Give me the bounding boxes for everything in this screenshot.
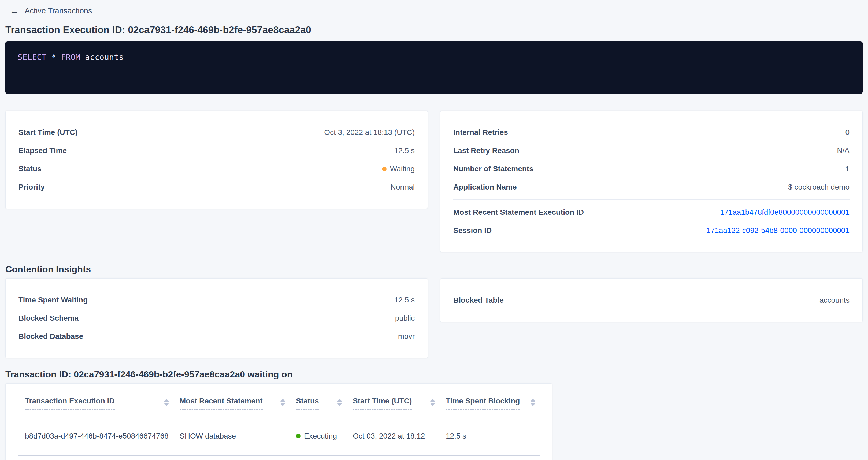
session-id-label: Session ID <box>453 226 492 235</box>
status-executing-dot-icon <box>296 434 301 438</box>
statement-execution-id-row: Most Recent Statement Execution ID 171aa… <box>453 203 849 221</box>
sort-icon[interactable] <box>164 399 169 406</box>
last-retry-reason-row: Last Retry Reason N/A <box>453 142 849 160</box>
column-header-transaction-execution-id[interactable]: Transaction Execution ID <box>19 384 173 416</box>
number-of-statements-row: Number of Statements 1 <box>453 160 849 178</box>
column-label: Start Time (UTC) <box>353 396 412 410</box>
sql-statement-text: SELECT * FROM accounts <box>18 53 124 62</box>
blocked-table-label: Blocked Table <box>453 296 504 305</box>
column-header-most-recent-statement[interactable]: Most Recent Statement <box>173 384 289 416</box>
cell-time-spent-blocking: 12.5 s <box>439 416 539 456</box>
time-spent-waiting-value: 12.5 s <box>394 296 415 304</box>
cell-most-recent-statement: SHOW database <box>173 416 289 456</box>
contention-insights-heading: Contention Insights <box>5 264 863 275</box>
status-text: Executing <box>304 432 337 440</box>
elapsed-time-row: Elapsed Time 12.5 s <box>19 142 415 160</box>
number-of-statements-label: Number of Statements <box>453 164 533 173</box>
column-label: Status <box>296 396 319 410</box>
internal-retries-label: Internal Retries <box>453 128 508 137</box>
sql-keyword: FROM <box>61 53 81 62</box>
blocked-schema-label: Blocked Schema <box>19 314 79 323</box>
blocked-database-value: movr <box>398 332 415 341</box>
status-label: Status <box>19 164 41 173</box>
column-label: Time Spent Blocking <box>446 396 520 410</box>
contention-card-left: Time Spent Waiting 12.5 s Blocked Schema… <box>5 278 428 358</box>
transaction-summary-card-left: Start Time (UTC) Oct 3, 2022 at 18:13 (U… <box>5 111 428 209</box>
statement-execution-id-label: Most Recent Statement Execution ID <box>453 208 584 217</box>
sort-icon[interactable] <box>530 399 535 406</box>
contention-card-right: Blocked Table accounts <box>440 278 863 322</box>
blocked-table-value: accounts <box>819 296 849 305</box>
session-id-row: Session ID 171aa122-c092-54b8-0000-00000… <box>453 221 849 240</box>
back-link-active-transactions[interactable]: Active Transactions <box>25 6 92 15</box>
column-header-status[interactable]: Status <box>289 384 346 416</box>
column-header-start-time[interactable]: Start Time (UTC) <box>346 384 439 416</box>
elapsed-time-value: 12.5 s <box>394 146 415 155</box>
status-text: Waiting <box>390 164 415 173</box>
internal-retries-value: 0 <box>845 128 849 137</box>
breadcrumb[interactable]: ← Active Transactions <box>5 4 96 18</box>
session-id-link[interactable]: 171aa122-c092-54b8-0000-000000000001 <box>706 226 849 235</box>
status-value: Waiting <box>382 164 415 173</box>
start-time-row: Start Time (UTC) Oct 3, 2022 at 18:13 (U… <box>19 123 415 142</box>
sort-icon[interactable] <box>280 399 285 406</box>
status-waiting-dot-icon <box>382 167 386 171</box>
sql-text: accounts <box>81 53 124 62</box>
blocked-table-row: Blocked Table accounts <box>453 291 849 309</box>
time-spent-waiting-row: Time Spent Waiting 12.5 s <box>19 291 415 309</box>
elapsed-time-label: Elapsed Time <box>19 146 67 155</box>
statement-execution-id-link[interactable]: 171aa1b478fdf0e80000000000000001 <box>720 208 849 217</box>
sql-text: * <box>46 53 61 62</box>
active-transaction-details-page: ← Active Transactions Transaction Execut… <box>0 0 868 460</box>
cell-start-time: Oct 03, 2022 at 18:12 <box>346 416 439 456</box>
column-header-time-spent-blocking[interactable]: Time Spent Blocking <box>439 384 539 416</box>
blocked-schema-row: Blocked Schema public <box>19 309 415 327</box>
start-time-value: Oct 3, 2022 at 18:13 (UTC) <box>324 128 415 137</box>
start-time-label: Start Time (UTC) <box>19 128 78 137</box>
summary-cards-row: Start Time (UTC) Oct 3, 2022 at 18:13 (U… <box>5 111 863 252</box>
time-spent-waiting-label: Time Spent Waiting <box>19 296 88 304</box>
blocked-database-row: Blocked Database movr <box>19 327 415 345</box>
table-row: b8d7d03a-d497-446b-8474-e50846674768 SHO… <box>19 416 539 456</box>
transaction-summary-card-right: Internal Retries 0 Last Retry Reason N/A… <box>440 111 863 252</box>
column-label: Transaction Execution ID <box>25 396 115 410</box>
status-row: Status Waiting <box>19 160 415 178</box>
sql-keyword: SELECT <box>18 53 46 62</box>
blocked-database-label: Blocked Database <box>19 332 83 341</box>
application-name-row: Application Name $ cockroach demo <box>453 178 849 196</box>
last-retry-reason-label: Last Retry Reason <box>453 146 519 155</box>
priority-label: Priority <box>19 183 45 191</box>
column-label: Most Recent Statement <box>180 396 263 410</box>
application-name-value: $ cockroach demo <box>788 183 849 191</box>
waiting-on-heading: Transaction ID: 02ca7931-f246-469b-b2fe-… <box>5 369 863 379</box>
cell-transaction-execution-id: b8d7d03a-d497-446b-8474-e50846674768 <box>19 416 173 456</box>
last-retry-reason-value: N/A <box>837 146 849 155</box>
priority-value: Normal <box>391 183 415 191</box>
priority-row: Priority Normal <box>19 178 415 196</box>
sort-icon[interactable] <box>337 399 342 406</box>
arrow-left-icon[interactable]: ← <box>10 6 19 16</box>
waiting-transactions-table: Transaction Execution ID Most Recent Sta… <box>19 384 539 456</box>
card-divider <box>453 200 849 200</box>
number-of-statements-value: 1 <box>845 164 849 173</box>
waiting-transactions-card: Transaction Execution ID Most Recent Sta… <box>5 384 552 460</box>
sql-statement-box: SELECT * FROM accounts <box>5 41 863 94</box>
page-title: Transaction Execution ID: 02ca7931-f246-… <box>5 24 863 36</box>
contention-cards-row: Time Spent Waiting 12.5 s Blocked Schema… <box>5 278 863 358</box>
table-header-row: Transaction Execution ID Most Recent Sta… <box>19 384 539 416</box>
internal-retries-row: Internal Retries 0 <box>453 123 849 142</box>
cell-status: Executing <box>289 416 346 456</box>
application-name-label: Application Name <box>453 183 517 191</box>
blocked-schema-value: public <box>395 314 415 323</box>
sort-icon[interactable] <box>430 399 435 406</box>
